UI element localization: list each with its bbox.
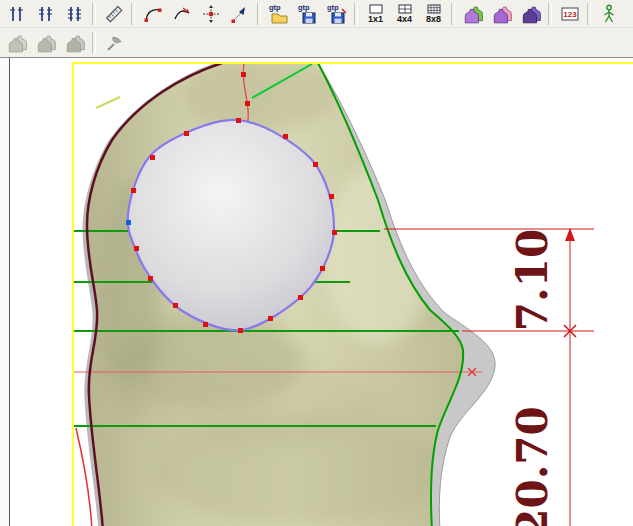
section-marks-2-icon[interactable]: [31, 0, 60, 27]
dimension-value-upper: 7.10: [508, 229, 557, 331]
gtp-label: gtp: [298, 3, 310, 12]
control-point-selected[interactable]: [126, 220, 131, 225]
control-point[interactable]: [320, 266, 325, 271]
toolbar-row-1: gtp gtp gtp 1x1 4x4 8x8: [0, 0, 633, 27]
bust-pair-green-icon[interactable]: [458, 0, 487, 27]
bust-pair-pink-icon[interactable]: [487, 0, 516, 27]
node-select-icon[interactable]: [225, 0, 254, 27]
control-point[interactable]: [134, 246, 139, 251]
grid-4x4-label: 4x4: [397, 15, 412, 24]
arc-tangent-icon[interactable]: [167, 0, 196, 27]
toolbar-separator: [587, 3, 591, 25]
dimension-arrow-up: [565, 228, 575, 241]
toolbar-separator: [257, 3, 261, 25]
section-marks-3-icon[interactable]: [60, 0, 89, 27]
control-point[interactable]: [238, 328, 243, 333]
toolbar-separator: [548, 3, 552, 25]
gtp-label: gtp: [327, 3, 339, 12]
toolbar-separator: [354, 3, 358, 25]
control-point[interactable]: [236, 118, 241, 123]
save-gtp-button[interactable]: gtp: [293, 0, 322, 27]
main-toolbar: gtp gtp gtp 1x1 4x4 8x8: [0, 0, 633, 58]
bust-tool-3-icon[interactable]: [60, 29, 89, 56]
control-point[interactable]: [298, 295, 303, 300]
ruler-icon[interactable]: [99, 0, 128, 27]
scene-svg: 7.10 20.70: [74, 64, 633, 526]
figure-pose-2-icon[interactable]: [623, 0, 633, 27]
workspace: 7.10 20.70: [0, 58, 633, 526]
toolbar-separator: [131, 3, 135, 25]
control-point[interactable]: [184, 131, 189, 136]
bust-tool-2-icon[interactable]: [31, 29, 60, 56]
control-point[interactable]: [148, 276, 153, 281]
bust-tool-1-icon[interactable]: [2, 29, 31, 56]
control-point[interactable]: [283, 134, 288, 139]
control-point[interactable]: [332, 230, 337, 235]
yellow-guide-line[interactable]: [96, 97, 120, 108]
left-panel-edge[interactable]: [0, 58, 10, 526]
control-point[interactable]: [241, 72, 246, 77]
control-point[interactable]: [268, 316, 273, 321]
grid-1x1-button[interactable]: 1x1: [361, 0, 390, 27]
sculpt-hammer-icon[interactable]: [99, 29, 128, 56]
dimension-value-lower: 20.70: [508, 406, 557, 526]
grid-4x4-button[interactable]: 4x4: [390, 0, 419, 27]
grid-8x8-button[interactable]: 8x8: [419, 0, 448, 27]
grid-8x8-label: 8x8: [426, 15, 441, 24]
control-point[interactable]: [329, 194, 334, 199]
control-point[interactable]: [313, 162, 318, 167]
toolbar-separator: [92, 32, 96, 54]
arc-points-icon[interactable]: [138, 0, 167, 27]
gtp-label: gtp: [269, 3, 281, 12]
numbering-123-button[interactable]: 123: [555, 0, 584, 27]
control-point[interactable]: [131, 188, 136, 193]
bust-pair-purple-icon[interactable]: [516, 0, 545, 27]
counter-label: 123: [563, 10, 577, 19]
application-window: gtp gtp gtp 1x1 4x4 8x8: [0, 0, 633, 526]
toolbar-separator: [451, 3, 455, 25]
open-gtp-button[interactable]: gtp: [264, 0, 293, 27]
section-marks-1-icon[interactable]: [2, 0, 31, 27]
toolbar-row-2: [0, 27, 633, 57]
control-point[interactable]: [173, 303, 178, 308]
3d-viewport[interactable]: 7.10 20.70: [72, 62, 633, 526]
control-point[interactable]: [150, 155, 155, 160]
toolbar-separator: [92, 3, 96, 25]
figure-pose-icon[interactable]: [594, 0, 623, 27]
grid-1x1-label: 1x1: [368, 15, 383, 24]
control-point[interactable]: [203, 322, 208, 327]
control-point[interactable]: [245, 101, 250, 106]
save-as-gtp-button[interactable]: gtp: [322, 0, 351, 27]
move-node-icon[interactable]: [196, 0, 225, 27]
